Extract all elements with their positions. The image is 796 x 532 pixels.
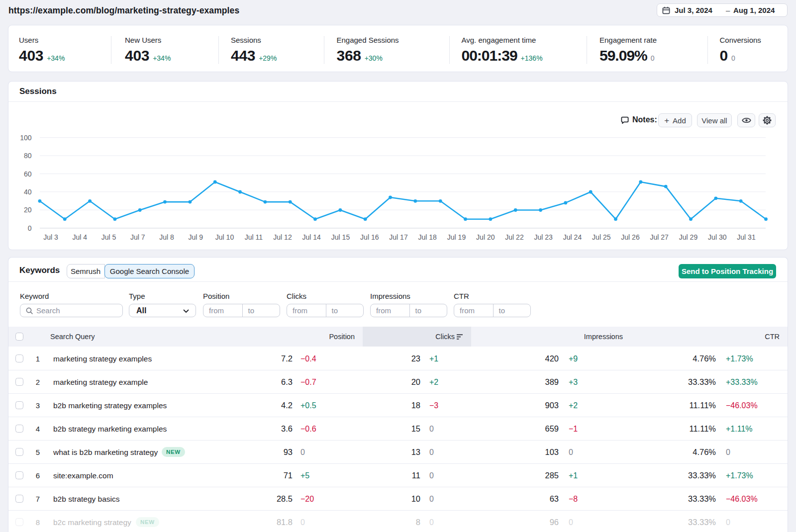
svg-text:60: 60 [24,170,32,178]
svg-text:Jul 4: Jul 4 [72,233,87,241]
svg-text:Jul 27: Jul 27 [650,233,669,241]
svg-text:Jul 9: Jul 9 [188,233,203,241]
svg-text:100: 100 [20,134,32,142]
svg-text:Jul 19: Jul 19 [447,233,466,241]
svg-text:Jul 15: Jul 15 [331,233,350,241]
svg-text:Jul 3: Jul 3 [43,233,58,241]
svg-text:Jul 29: Jul 29 [679,233,698,241]
svg-text:Jul 17: Jul 17 [389,233,408,241]
svg-text:Jul 7: Jul 7 [130,233,145,241]
svg-text:Jul 18: Jul 18 [418,233,437,241]
svg-text:Jul 31: Jul 31 [737,233,756,241]
svg-text:40: 40 [24,188,32,196]
svg-text:Jul 20: Jul 20 [476,233,495,241]
svg-text:Jul 23: Jul 23 [534,233,553,241]
svg-text:Jul 22: Jul 22 [505,233,524,241]
svg-text:80: 80 [24,152,32,160]
svg-text:Jul 24: Jul 24 [563,233,582,241]
svg-text:20: 20 [24,206,32,214]
svg-text:Jul 10: Jul 10 [215,233,234,241]
svg-text:Jul 11: Jul 11 [245,233,263,241]
svg-text:0: 0 [28,224,32,232]
svg-text:Jul 5: Jul 5 [101,233,116,241]
svg-text:Jul 12: Jul 12 [273,233,292,241]
svg-text:Jul 16: Jul 16 [360,233,379,241]
svg-text:Jul 30: Jul 30 [708,233,727,241]
svg-text:Jul 14: Jul 14 [302,233,321,241]
svg-text:Jul 8: Jul 8 [159,233,174,241]
svg-text:Jul 25: Jul 25 [592,233,611,241]
svg-text:Jul 26: Jul 26 [621,233,640,241]
